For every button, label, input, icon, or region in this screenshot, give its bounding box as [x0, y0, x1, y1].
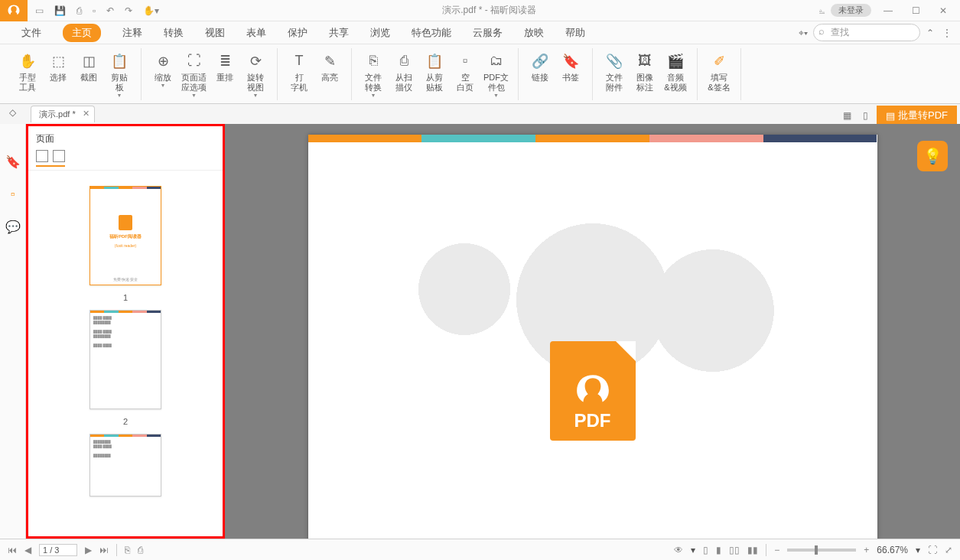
- first-page-icon[interactable]: ⏮: [8, 545, 17, 555]
- menu-feature[interactable]: 特色功能: [412, 26, 451, 40]
- ribbon-重排[interactable]: ≣重排: [210, 48, 240, 83]
- new-icon[interactable]: ▫: [93, 5, 96, 16]
- tips-button[interactable]: 💡: [917, 141, 948, 171]
- ribbon-高亮[interactable]: ✎高亮: [314, 48, 345, 83]
- ribbon-文件转换[interactable]: ⎘文件 转换▼: [358, 48, 389, 98]
- tell-me-icon[interactable]: ⌖▾: [796, 26, 810, 40]
- layout-icon-a[interactable]: ⎘: [125, 545, 130, 555]
- ribbon-填写&签名[interactable]: ✐填写 &签名: [704, 48, 734, 93]
- ribbon-从扫描仪[interactable]: ⎙从扫 描仪: [389, 48, 419, 93]
- zoom-in-icon[interactable]: +: [864, 545, 869, 555]
- ribbon-图像标注[interactable]: 🖼图像 标注: [630, 48, 660, 93]
- ribbon-缩放[interactable]: ⊕缩放▼: [148, 48, 178, 88]
- ribbon: ✋手型 工具⬚选择◫截图📋剪贴 板▼⊕缩放▼⛶页面适 应选项▼≣重排⟳旋转 视图…: [0, 44, 960, 104]
- page-canvas: PDF 福昕PDF阅读器: [308, 135, 877, 539]
- page-number-input[interactable]: [39, 544, 77, 556]
- left-toolbar: 🔖 ▫ 💬: [0, 124, 26, 539]
- menu-convert[interactable]: 转换: [164, 26, 184, 40]
- pdf-logo: PDF: [550, 341, 636, 441]
- reading-mode-icon[interactable]: 👁: [674, 545, 683, 555]
- save-icon[interactable]: 💾: [54, 5, 66, 16]
- undo-icon[interactable]: ↶: [106, 5, 114, 16]
- thumb-size-large-icon[interactable]: [53, 150, 65, 162]
- main-menu: 文件 主页 注释 转换 视图 表单 保护 共享 浏览 特色功能 云服务 放映 帮…: [0, 21, 960, 44]
- zoom-out-icon[interactable]: −: [774, 545, 779, 555]
- single-view-icon[interactable]: ▯: [858, 109, 872, 122]
- menu-home[interactable]: 主页: [63, 24, 101, 42]
- redo-icon[interactable]: ↷: [125, 5, 132, 16]
- edit-tag-icon[interactable]: ◇: [9, 107, 16, 118]
- menu-comment[interactable]: 注释: [122, 26, 142, 40]
- bookmark-panel-icon[interactable]: 🔖: [5, 155, 21, 169]
- ribbon-从剪贴板[interactable]: 📋从剪 贴板: [419, 48, 450, 93]
- document-viewer[interactable]: PDF 福昕PDF阅读器 💡: [225, 124, 960, 539]
- ribbon-剪贴板[interactable]: 📋剪贴 板▼: [104, 48, 135, 98]
- more-icon[interactable]: ⋮: [940, 26, 954, 40]
- ribbon-空白页[interactable]: ▫空 白页: [450, 48, 480, 93]
- fit-icon[interactable]: ⛶: [928, 545, 937, 555]
- menu-view[interactable]: 视图: [205, 26, 225, 40]
- comments-panel-icon[interactable]: 💬: [5, 220, 21, 234]
- print-icon[interactable]: ⎙: [76, 5, 82, 16]
- thumb-size-small-icon[interactable]: [36, 150, 48, 162]
- thumbnail-3[interactable]: ████████████ ████████████: [89, 434, 161, 497]
- continuous-icon[interactable]: ▮: [716, 545, 721, 555]
- pages-panel: 页面 福昕PDF阅读器 (foxit reader) 免费·快速·安全 1: [26, 124, 225, 539]
- menu-help[interactable]: 帮助: [565, 26, 585, 40]
- layout-icon-b[interactable]: ⎙: [138, 545, 143, 555]
- ribbon-书签[interactable]: 🔖书签: [555, 48, 586, 83]
- login-status[interactable]: 未登录: [831, 4, 871, 17]
- doc-icon: ▤: [886, 110, 895, 122]
- thumbnail-2[interactable]: ████ ████████████████ ████████████████ █…: [89, 310, 161, 409]
- hand-dropdown-icon[interactable]: ✋▾: [143, 5, 159, 16]
- minimize-button[interactable]: —: [877, 5, 899, 16]
- window-title: 演示.pdf * - 福昕阅读器: [159, 4, 819, 17]
- prev-page-icon[interactable]: ◀: [24, 545, 31, 555]
- menu-form[interactable]: 表单: [246, 26, 266, 40]
- tab-label: 演示.pdf *: [39, 109, 76, 119]
- ribbon-截图[interactable]: ◫截图: [73, 48, 104, 83]
- zoom-level: 66.67%: [877, 545, 908, 555]
- continuous-facing-icon[interactable]: ▮▮: [747, 545, 758, 555]
- grid-view-icon[interactable]: ▦: [840, 109, 854, 122]
- main-area: 🔖 ▫ 💬 页面 福昕PDF阅读器 (foxit reader) 免: [0, 124, 960, 539]
- thumbnails-list[interactable]: 福昕PDF阅读器 (foxit reader) 免费·快速·安全 1 ████ …: [28, 171, 223, 523]
- ribbon-链接[interactable]: 🔗链接: [525, 48, 555, 83]
- facing-icon[interactable]: ▯▯: [729, 545, 740, 555]
- quick-access-toolbar: ▭ 💾 ⎙ ▫ ↶ ↷ ✋▾: [28, 5, 159, 16]
- fullscreen-icon[interactable]: ⤢: [945, 545, 952, 555]
- close-button[interactable]: ✕: [932, 5, 954, 16]
- ribbon-页面适应选项[interactable]: ⛶页面适 应选项▼: [178, 48, 210, 98]
- ribbon-文件附件[interactable]: 📎文件 附件: [599, 48, 630, 93]
- menu-play[interactable]: 放映: [524, 26, 544, 40]
- document-tabs: ◇ 演示.pdf * ✕ ▦ ▯ ▤ 批量转PDF: [0, 104, 960, 124]
- thumbnail-number-2: 2: [123, 417, 128, 426]
- menu-share[interactable]: 共享: [329, 26, 349, 40]
- ribbon-PDF文件包[interactable]: 🗂PDF文 件包▼: [480, 48, 512, 98]
- gift-icon[interactable]: ⎁: [819, 5, 825, 16]
- menu-browse[interactable]: 浏览: [370, 26, 390, 40]
- ribbon-音频&视频[interactable]: 🎬音频 &视频: [660, 48, 691, 93]
- title-bar: ▭ 💾 ⎙ ▫ ↶ ↷ ✋▾ 演示.pdf * - 福昕阅读器 ⎁ 未登录 — …: [0, 0, 960, 21]
- ribbon-选择[interactable]: ⬚选择: [43, 48, 73, 83]
- ribbon-旋转视图[interactable]: ⟳旋转 视图▼: [240, 48, 271, 98]
- batch-convert-pdf-button[interactable]: ▤ 批量转PDF: [877, 106, 957, 125]
- zoom-slider[interactable]: [787, 549, 856, 552]
- next-page-icon[interactable]: ▶: [85, 545, 92, 555]
- menu-protect[interactable]: 保护: [288, 26, 308, 40]
- single-page-icon[interactable]: ▯: [703, 545, 708, 555]
- menu-cloud[interactable]: 云服务: [473, 26, 503, 40]
- document-tab[interactable]: 演示.pdf * ✕: [31, 106, 95, 122]
- pages-panel-title: 页面: [36, 132, 215, 145]
- open-icon[interactable]: ▭: [35, 5, 44, 16]
- search-input[interactable]: 查找: [813, 24, 920, 41]
- ribbon-手型工具[interactable]: ✋手型 工具: [12, 48, 43, 93]
- pages-panel-icon[interactable]: ▫: [11, 187, 15, 201]
- maximize-button[interactable]: ☐: [905, 5, 926, 16]
- last-page-icon[interactable]: ⏭: [99, 545, 109, 555]
- ribbon-打字机[interactable]: T打 字机: [284, 48, 314, 93]
- menu-file[interactable]: 文件: [21, 26, 41, 40]
- collapse-ribbon-icon[interactable]: ⌃: [923, 26, 937, 40]
- tab-close-icon[interactable]: ✕: [83, 109, 89, 119]
- thumbnail-1[interactable]: 福昕PDF阅读器 (foxit reader) 免费·快速·安全: [89, 186, 161, 285]
